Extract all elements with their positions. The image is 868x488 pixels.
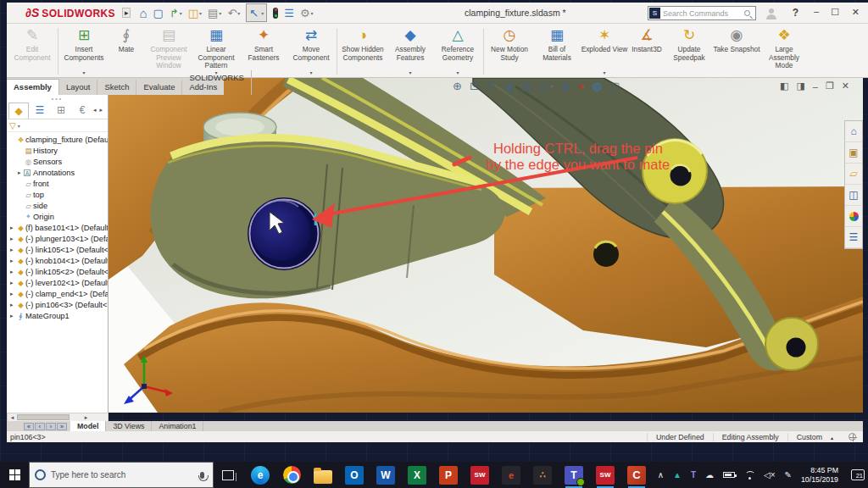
dimxpert-manager-tab[interactable]: € <box>72 103 92 119</box>
task-view-icon[interactable] <box>222 470 234 480</box>
expand-arrow-icon[interactable]: ▸ <box>10 269 16 275</box>
view-settings-icon[interactable]: ▢ <box>609 80 620 92</box>
tray-teams-icon[interactable]: T <box>691 470 696 480</box>
interference-lights-icon[interactable] <box>273 8 278 19</box>
dropdown-caret-icon[interactable]: ▾ <box>409 69 411 75</box>
ribbon-button-move-component[interactable]: ⇄Move Component▾ <box>287 25 335 77</box>
tree-item-assembly-root[interactable]: ❖clamping_fixture (Default<Dis <box>7 134 108 145</box>
ribbon-button-exploded-view[interactable]: ✶Exploded View▾ <box>581 25 628 77</box>
home-icon[interactable]: ⌂ <box>139 7 147 19</box>
view-palette-icon[interactable]: ◫ <box>845 185 862 206</box>
tree-item-side-plane[interactable]: ▱side <box>7 200 108 211</box>
scrollbar-thumb[interactable] <box>17 414 70 420</box>
tab-animation1[interactable]: Animation1 <box>152 421 203 431</box>
feature-statistics-icon[interactable]: ☰ <box>284 8 294 19</box>
status-globe-icon[interactable] <box>849 433 856 441</box>
last-sheet-button[interactable]: » <box>57 423 67 430</box>
expand-arrow-icon[interactable]: ▸ <box>10 291 16 297</box>
ribbon-button-smart-fasteners[interactable]: ✦Smart Fasteners <box>240 25 287 77</box>
dropdown-caret-icon[interactable]: ▾ <box>603 69 605 75</box>
tree-item-knob104[interactable]: ▸◆(-) knob104<1> (Default< <box>7 255 108 266</box>
search-commands-box[interactable]: S Search Commands <box>648 6 756 20</box>
taskbar-app-edge[interactable]: e <box>251 466 270 485</box>
volume-muted-icon[interactable]: ◁× <box>764 470 776 480</box>
first-sheet-button[interactable]: « <box>24 423 34 430</box>
tree-item-mategroup1[interactable]: ▸∮MateGroup1 <box>7 310 108 321</box>
design-library-icon[interactable]: ▣ <box>845 142 862 164</box>
ribbon-button-update-speedpak[interactable]: ↻Update Speedpak <box>665 25 713 77</box>
tab-assembly[interactable]: Assembly <box>7 79 59 95</box>
taskbar-app-edrawings[interactable]: e <box>502 466 520 485</box>
menu-flyout-icon[interactable]: ▸ <box>122 8 131 18</box>
appearances-scenes-icon[interactable] <box>845 206 862 227</box>
taskbar-app-solidworks-2019[interactable]: SW <box>596 466 615 485</box>
zoom-to-area-icon[interactable]: ⊡ <box>470 80 479 92</box>
tray-triangle-icon[interactable]: ▲ <box>673 470 682 480</box>
user-account-icon[interactable] <box>766 8 776 19</box>
ribbon-button-linear-component-pattern[interactable]: ▦Linear Component Pattern▾ <box>192 25 240 77</box>
previous-view-icon[interactable]: ↺ <box>487 80 496 92</box>
hidden-icons-chevron[interactable]: ∧ <box>658 470 664 480</box>
taskbar-clock[interactable]: 8:45 PM 10/15/2019 <box>801 466 838 484</box>
apply-scene-icon[interactable]: ◍ <box>593 80 602 92</box>
feature-manager-tab[interactable]: ◆ <box>8 103 29 119</box>
options-gear-icon[interactable]: ⚙ <box>300 8 314 19</box>
wifi-icon[interactable] <box>744 471 754 480</box>
doc-restore-button[interactable]: ❐ <box>826 80 834 92</box>
tab-model[interactable]: Model <box>70 421 106 431</box>
expand-arrow-icon[interactable]: ▸ <box>10 302 16 308</box>
tree-item-front-plane[interactable]: ▱front <box>7 178 108 189</box>
taskbar-app-excel[interactable]: X <box>408 466 426 485</box>
taskbar-app-teams[interactable]: T <box>565 466 583 485</box>
hide-show-items-icon[interactable]: ◉ <box>561 80 570 92</box>
tree-item-lever102[interactable]: ▸◆(-) lever102<1> (Default< <box>7 277 108 288</box>
taskbar-app-solidworks[interactable]: SW <box>470 466 489 485</box>
section-view-icon[interactable]: ◪ <box>504 80 514 92</box>
tree-item-annotations[interactable]: ▸AAnnotations <box>7 167 108 178</box>
ribbon-button-insert-components[interactable]: ⊞Insert Components▾ <box>60 25 108 77</box>
microphone-icon[interactable] <box>200 472 204 479</box>
expand-arrow-icon[interactable]: ▸ <box>10 236 16 242</box>
taskbar-app-word[interactable]: W <box>376 466 395 485</box>
edit-appearance-icon[interactable]: ● <box>578 80 585 92</box>
ribbon-button-instant3d[interactable]: ∡Instant3D <box>628 25 665 77</box>
ribbon-button-reference-geometry[interactable]: △Reference Geometry▾ <box>434 25 481 77</box>
notification-badge[interactable]: 21 <box>851 469 865 480</box>
doc-minimize-button[interactable]: – <box>813 81 818 92</box>
tab-3d-views[interactable]: 3D Views <box>106 421 152 431</box>
tab-solidworks-add-ins[interactable]: SOLIDWORKS Add-Ins <box>182 70 251 95</box>
tree-filter-row[interactable]: ▽▾ <box>7 119 108 132</box>
pen-icon[interactable]: ✎ <box>785 470 792 480</box>
expand-arrow-icon[interactable]: ▸ <box>18 169 24 176</box>
zoom-to-fit-icon[interactable]: ⊕ <box>453 80 462 92</box>
annotation-visibility-icon[interactable]: ▧ <box>521 80 531 92</box>
pane-toggle-right-icon[interactable]: ◨ <box>796 80 804 92</box>
select-tool-button[interactable]: ↖ <box>246 3 267 22</box>
new-document-icon[interactable]: ▢ <box>153 8 164 19</box>
dropdown-caret-icon[interactable]: ▾ <box>82 69 85 75</box>
window-minimize-button[interactable]: – <box>814 6 819 16</box>
print-icon[interactable]: ▤ <box>208 8 221 19</box>
undo-icon[interactable]: ↶ <box>227 8 240 19</box>
property-manager-tab[interactable]: ☰ <box>30 103 50 119</box>
tree-item-link105-1[interactable]: ▸◆(-) link105<1> (Default<<[ <box>7 244 108 255</box>
scroll-left-icon[interactable]: ◂ <box>8 414 17 421</box>
doc-close-button[interactable]: ✕ <box>842 80 849 92</box>
solidworks-resources-icon[interactable]: ⌂ <box>845 121 862 142</box>
ribbon-button-new-motion-study[interactable]: ◷New Motion Study <box>486 25 533 77</box>
tree-item-history[interactable]: ▤History <box>7 145 108 156</box>
search-icon[interactable] <box>744 10 750 16</box>
tree-item-sensors[interactable]: ◎Sensors <box>7 156 108 167</box>
tab-evaluate[interactable]: Evaluate <box>136 80 182 95</box>
previous-sheet-button[interactable]: ‹ <box>35 423 45 430</box>
display-style-icon[interactable]: ◫ <box>539 80 553 92</box>
open-document-icon[interactable]: ↱ <box>170 8 182 19</box>
tree-item-base101[interactable]: ▸◆(f) base101<1> (Default<< <box>7 222 108 233</box>
ribbon-button-assembly-features[interactable]: ◆Assembly Features▾ <box>387 25 434 77</box>
panel-tab-scroll-arrows[interactable]: ◂ ▸ <box>93 107 103 114</box>
ribbon-button-bill-of-materials[interactable]: ▦Bill of Materials <box>533 25 581 77</box>
taskbar-search-box[interactable]: Type here to search <box>29 462 214 488</box>
tab-layout[interactable]: Layout <box>59 80 98 95</box>
dropdown-caret-icon[interactable]: ▾ <box>309 69 312 75</box>
next-sheet-button[interactable]: › <box>46 423 56 430</box>
